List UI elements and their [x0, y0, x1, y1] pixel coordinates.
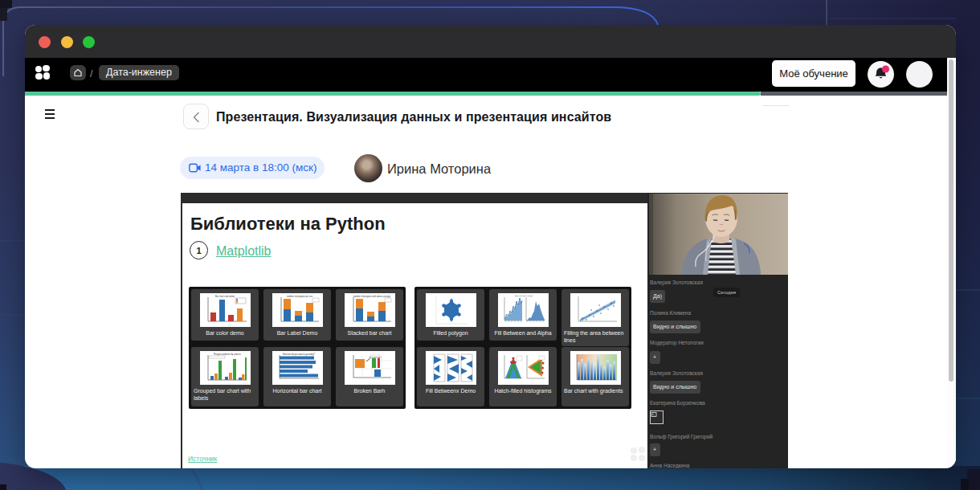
svg-text:How fast do you want to go tod: How fast do you want to go today?	[283, 353, 315, 356]
svg-text:Penguin attributes by species: Penguin attributes by species	[214, 353, 242, 356]
svg-text:SNP 500 daily closes: SNP 500 daily closes	[514, 295, 533, 297]
svg-text:Bar chart color demo: Bar chart color demo	[214, 295, 235, 298]
svg-text:number of penguins per sex: number of penguins per sex	[286, 295, 312, 298]
svg-text:race interrupted: race interrupted	[369, 356, 382, 357]
svg-text:number of penguins with above: number of penguins with above average	[353, 295, 390, 298]
